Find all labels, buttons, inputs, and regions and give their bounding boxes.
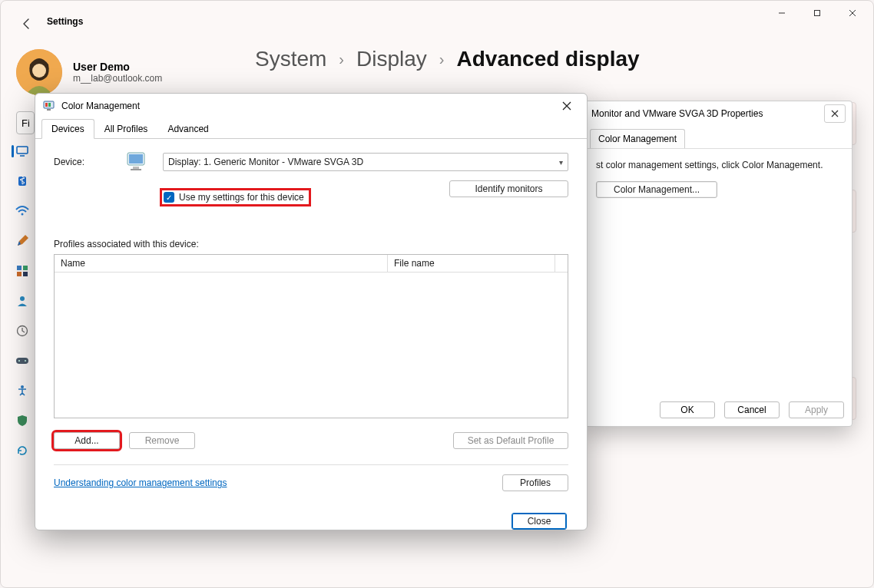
tab-all-profiles[interactable]: All Profiles (94, 119, 158, 139)
sidebar-item-time[interactable] (15, 323, 30, 339)
properties-footer: OK Cancel Apply (660, 401, 844, 418)
breadcrumb: System › Display › Advanced display (255, 47, 640, 71)
breadcrumb-display[interactable]: Display (356, 47, 427, 71)
col-name[interactable]: Name (55, 255, 388, 273)
chevron-right-icon: › (339, 51, 344, 68)
device-select-value: Display: 1. Generic Monitor - VMware SVG… (168, 157, 363, 167)
tab-devices[interactable]: Devices (41, 119, 94, 139)
avatar (16, 49, 62, 95)
identify-monitors-button[interactable]: Identify monitors (449, 180, 568, 197)
svg-rect-24 (133, 167, 139, 169)
profiles-thead: Name File name (55, 255, 568, 273)
color-management-dialog: Color Management Devices All Profiles Ad… (35, 93, 588, 530)
apply-button[interactable]: Apply (789, 401, 844, 418)
minimize-button[interactable] (764, 1, 800, 25)
svg-rect-23 (129, 154, 143, 164)
svg-rect-14 (16, 358, 28, 364)
svg-point-3 (32, 64, 46, 78)
svg-rect-1 (815, 11, 820, 16)
svg-rect-8 (17, 266, 22, 270)
properties-title-text: Monitor and VMware SVGA 3D Properties (591, 108, 763, 119)
svg-rect-19 (45, 103, 48, 107)
breadcrumb-advanced-display: Advanced display (457, 47, 640, 71)
properties-hint: st color management settings, click Colo… (596, 160, 841, 170)
cm-tabs: Devices All Profiles Advanced (35, 118, 587, 139)
svg-point-12 (20, 296, 25, 301)
sidebar-item-system[interactable] (15, 144, 30, 159)
col-filename[interactable]: File name (388, 255, 555, 273)
sidebar-item-gaming[interactable] (15, 353, 30, 368)
user-name: User Demo (73, 61, 162, 73)
ok-button[interactable]: OK (660, 401, 715, 418)
separator (54, 464, 568, 465)
cm-titlebar: Color Management (35, 94, 587, 118)
sidebar-item-bluetooth[interactable] (15, 173, 30, 189)
chevron-down-icon: ▾ (559, 158, 563, 167)
properties-close-button[interactable] (824, 104, 846, 123)
tab-advanced[interactable]: Advanced (157, 119, 218, 139)
cm-title: Color Management (61, 101, 140, 111)
device-label: Device: (54, 157, 112, 167)
sidebar (15, 144, 30, 458)
profiles-table[interactable]: Name File name (54, 254, 568, 418)
maximize-button[interactable] (800, 1, 835, 25)
sidebar-item-personalization[interactable] (15, 233, 30, 249)
svg-rect-10 (17, 272, 22, 276)
add-button[interactable]: Add... (54, 432, 120, 449)
properties-tab-colormgmt[interactable]: Color Management (590, 129, 685, 148)
sidebar-item-update[interactable] (15, 443, 30, 458)
settings-window: Settings User Demo m__lab@outlook.com Sy… (0, 0, 874, 588)
svg-rect-20 (48, 103, 51, 107)
search-input[interactable] (16, 111, 35, 134)
chevron-right-icon: › (439, 51, 445, 68)
profiles-buttons: Add... Remove Set as Default Profile (54, 432, 568, 449)
svg-point-15 (18, 360, 20, 362)
close-button[interactable] (835, 1, 870, 25)
use-settings-checkbox[interactable]: ✓ (164, 192, 174, 203)
remove-button: Remove (129, 432, 195, 449)
properties-tabs: Color Management (585, 126, 852, 149)
user-email: m__lab@outlook.com (73, 73, 162, 84)
properties-body: st color management settings, click Colo… (585, 149, 852, 209)
properties-titlebar: Monitor and VMware SVGA 3D Properties (585, 101, 852, 126)
monitor-icon (126, 151, 149, 173)
device-select[interactable]: Display: 1. Generic Monitor - VMware SVG… (163, 153, 568, 171)
sidebar-item-accounts[interactable] (15, 293, 30, 309)
sidebar-item-privacy[interactable] (15, 413, 30, 428)
cm-bottom-row: Understanding color management settings … (54, 474, 568, 491)
device-row: Device: Display: 1. Generic Monitor - VM… (54, 151, 568, 173)
profiles-label: Profiles associated with this device: (54, 239, 568, 249)
svg-rect-4 (17, 147, 28, 154)
understanding-link[interactable]: Understanding color management settings (54, 477, 227, 488)
user-texts: User Demo m__lab@outlook.com (73, 61, 162, 84)
close-button[interactable]: Close (511, 513, 567, 530)
svg-rect-25 (131, 169, 141, 170)
titlebar: Settings (1, 1, 873, 39)
col-spacer (555, 255, 568, 273)
window-controls (764, 1, 870, 25)
svg-point-16 (25, 360, 26, 362)
sidebar-item-network[interactable] (15, 203, 30, 219)
use-settings-highlight: ✓ Use my settings for this device (160, 188, 311, 206)
cm-close-x[interactable] (555, 97, 579, 115)
app-title: Settings (47, 16, 83, 27)
properties-dialog: Monitor and VMware SVGA 3D Properties Co… (584, 101, 852, 427)
svg-rect-9 (23, 266, 28, 270)
use-settings-label: Use my settings for this device (179, 192, 304, 203)
profiles-button[interactable]: Profiles (502, 474, 568, 491)
sidebar-item-apps[interactable] (15, 263, 30, 279)
svg-point-7 (22, 213, 24, 216)
cancel-button[interactable]: Cancel (724, 401, 780, 418)
user-block[interactable]: User Demo m__lab@outlook.com (16, 49, 162, 95)
color-management-icon (43, 100, 55, 112)
breadcrumb-system[interactable]: System (255, 47, 326, 71)
sidebar-item-accessibility[interactable] (15, 383, 30, 398)
back-button[interactable] (21, 18, 33, 33)
svg-rect-21 (47, 109, 51, 111)
svg-rect-11 (23, 272, 28, 276)
use-settings-row: ✓ Use my settings for this device (160, 188, 449, 206)
color-management-launch-button[interactable]: Color Management... (596, 181, 717, 198)
svg-point-17 (21, 385, 24, 388)
cm-body: Device: Display: 1. Generic Monitor - VM… (35, 139, 587, 539)
cm-close-row: Close (54, 513, 568, 530)
